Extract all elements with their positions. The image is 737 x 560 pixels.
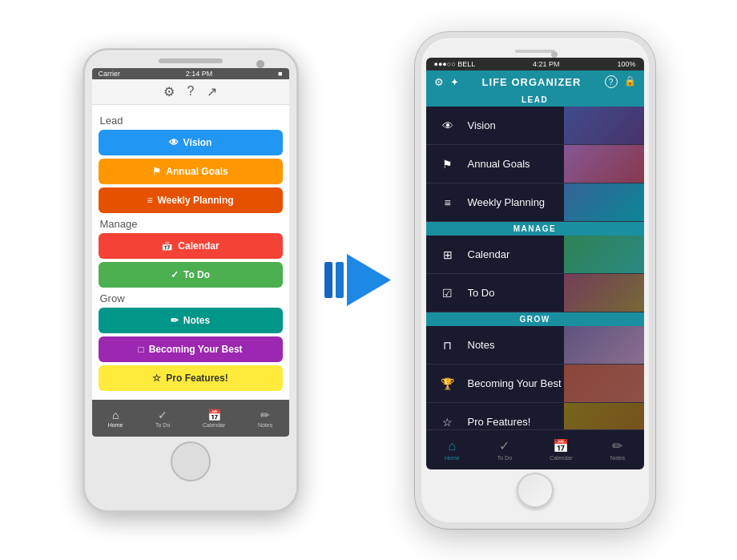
list-icon: ≡: [147, 195, 152, 206]
eye-icon: 👁: [169, 137, 179, 148]
ios-annual-goals-item[interactable]: ⚑ Annual Goals: [426, 145, 644, 183]
weekly-label: Weekly Planning: [157, 195, 233, 206]
android-tab-bar: ⌂ Home ✓ To Do 📅 Calendar ✏ Notes: [92, 400, 289, 437]
calendar-tab-label: Calendar: [203, 422, 225, 428]
android-grow-label: Grow: [100, 292, 283, 304]
check-box-icon: ☑: [437, 283, 458, 304]
android-home-button[interactable]: [171, 441, 211, 481]
calendar-icon: 📅: [161, 240, 173, 252]
ios-notes-label: Notes: [610, 455, 625, 461]
ios-phone: ●●●○○ BELL 4:21 PM 100% ⚙ ✦ LIFE ORGANIZ…: [415, 32, 655, 529]
annual-goals-text: Annual Goals: [468, 158, 530, 170]
vision-text: Vision: [468, 119, 496, 131]
ios-tab-home[interactable]: ⌂ Home: [445, 439, 460, 461]
svg-rect-1: [336, 262, 344, 298]
ios-grow-section: GROW: [426, 312, 644, 326]
star-outline-icon: ☆: [437, 412, 458, 429]
calendar-icon: ⊞: [437, 244, 458, 265]
ios-camera: [551, 51, 558, 58]
gear-icon[interactable]: ⚙: [434, 76, 444, 88]
calendar-label: Calendar: [178, 240, 219, 252]
settings-icon[interactable]: ⚙: [163, 84, 175, 99]
ios-tab-calendar[interactable]: 📅 Calendar: [550, 438, 572, 461]
android-pro-btn[interactable]: ☆ Pro Features!: [99, 365, 283, 391]
ios-vision-item[interactable]: 👁 Vision: [426, 107, 644, 145]
vision-label: Vision: [183, 137, 212, 148]
ios-calendar-item[interactable]: ⊞ Calendar: [426, 236, 644, 274]
ios-tab-todo[interactable]: ✓ To Do: [497, 438, 512, 461]
android-notes-btn[interactable]: ✏ Notes: [99, 308, 283, 333]
android-tab-home[interactable]: ⌂ Home: [108, 409, 123, 428]
android-speaker: [159, 58, 223, 63]
byb-label: Becoming Your Best: [149, 344, 243, 355]
star-icon: ☆: [152, 373, 161, 384]
ios-header: ⚙ ✦ LIFE ORGANIZER ? 🔒: [426, 71, 644, 93]
trophy-icon: 🏆: [437, 373, 458, 394]
notes-tab-label: Notes: [258, 422, 272, 428]
notes-text: Notes: [468, 339, 495, 351]
flag-icon: ⚑: [152, 166, 161, 177]
android-weekly-btn[interactable]: ≡ Weekly Planning: [99, 187, 283, 213]
ios-content: LEAD 👁 Vision ⚑ Annual Goals ≡ Weekly Pl…: [426, 93, 644, 429]
android-content: Lead 👁 Vision ⚑ Annual Goals ≡ Weekly Pl…: [92, 105, 289, 398]
android-tab-calendar[interactable]: 📅 Calendar: [203, 409, 225, 428]
ios-weekly-planning-item[interactable]: ≡ Weekly Planning: [426, 183, 644, 222]
ios-tab-bar: ⌂ Home ✓ To Do 📅 Calendar ✏ Notes: [426, 429, 644, 469]
help-circle-icon[interactable]: ?: [605, 75, 618, 88]
arrow-svg: [323, 254, 391, 306]
android-carrier: Carrier: [99, 70, 121, 78]
svg-rect-0: [324, 262, 332, 298]
android-toolbar: ⚙ ? ↗: [92, 79, 289, 105]
todo-tab-icon: ✓: [158, 409, 167, 421]
ios-tab-notes[interactable]: ✏ Notes: [610, 438, 625, 461]
share-icon[interactable]: ✦: [450, 76, 459, 88]
android-calendar-btn[interactable]: 📅 Calendar: [99, 233, 283, 259]
android-phone: Carrier 2:14 PM ■ ⚙ ? ↗ Lead 👁 Vision ⚑: [83, 48, 299, 513]
pro-label: Pro Features!: [166, 373, 228, 384]
ios-todo-label: To Do: [497, 455, 512, 461]
home-tab-label: Home: [108, 422, 123, 428]
android-camera: [256, 60, 264, 68]
android-tab-notes[interactable]: ✏ Notes: [258, 409, 272, 428]
ios-time: 4:21 PM: [533, 60, 560, 68]
weekly-planning-text: Weekly Planning: [468, 196, 546, 208]
ios-home-button[interactable]: [517, 473, 554, 508]
share-icon[interactable]: ↗: [207, 84, 217, 99]
calendar-tab-icon: 📅: [553, 438, 569, 453]
ios-todo-item[interactable]: ☑ To Do: [426, 274, 644, 312]
pro-text: Pro Features!: [468, 416, 531, 428]
ios-calendar-label: Calendar: [550, 455, 572, 461]
android-todo-btn[interactable]: ✓ To Do: [99, 262, 283, 288]
android-lead-label: Lead: [100, 115, 283, 127]
notes-tab-icon: ✏: [260, 409, 270, 421]
check-icon: ✓: [171, 269, 179, 280]
scene: Carrier 2:14 PM ■ ⚙ ? ↗ Lead 👁 Vision ⚑: [0, 0, 737, 560]
android-manage-label: Manage: [100, 218, 283, 230]
help-icon[interactable]: ?: [187, 84, 195, 99]
android-vision-btn[interactable]: 👁 Vision: [99, 130, 283, 155]
ios-notes-item[interactable]: ⊓ Notes: [426, 326, 644, 365]
list-icon: ≡: [437, 192, 458, 213]
byb-icon: □: [138, 344, 143, 355]
ios-byb-item[interactable]: 🏆 Becoming Your Best: [426, 365, 644, 403]
android-annual-goals-btn[interactable]: ⚑ Annual Goals: [99, 159, 283, 184]
ios-battery: 100%: [617, 60, 635, 68]
ios-pro-item[interactable]: ☆ Pro Features!: [426, 403, 644, 429]
home-tab-icon: ⌂: [449, 439, 457, 453]
ios-speaker: [515, 50, 555, 54]
lock-icon[interactable]: 🔒: [624, 75, 636, 88]
android-status-bar: Carrier 2:14 PM ■: [92, 68, 289, 79]
ios-screen: ●●●○○ BELL 4:21 PM 100% ⚙ ✦ LIFE ORGANIZ…: [426, 58, 644, 469]
ios-signal: ●●●○○ BELL: [434, 60, 476, 68]
notebook-icon: ⊓: [437, 335, 458, 356]
byb-text: Becoming Your Best: [468, 377, 562, 389]
eye-icon: 👁: [437, 115, 458, 136]
android-tab-todo[interactable]: ✓ To Do: [155, 409, 170, 428]
ios-manage-section: MANAGE: [426, 222, 644, 236]
ios-header-right-icons: ? 🔒: [605, 75, 636, 88]
android-byb-btn[interactable]: □ Becoming Your Best: [99, 336, 283, 362]
transition-arrow: [323, 254, 391, 306]
home-icon: ⌂: [112, 409, 119, 421]
todo-label: To Do: [183, 269, 210, 280]
android-screen: Carrier 2:14 PM ■ ⚙ ? ↗ Lead 👁 Vision ⚑: [92, 68, 289, 437]
